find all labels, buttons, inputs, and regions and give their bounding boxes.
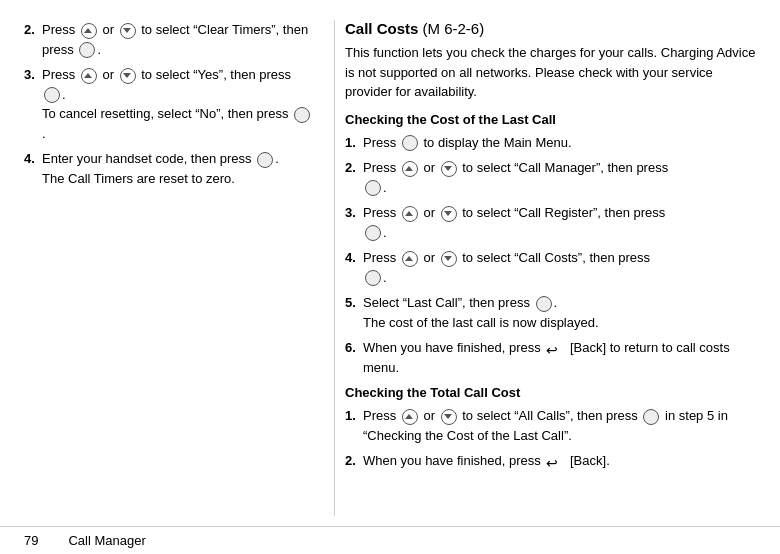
down-icon [441,409,457,425]
list-item: 1. Press to display the Main Menu. [345,133,756,153]
list-content: Press or to select “Clear Timers”, then … [42,20,314,59]
list-content: Press or to select “Yes”, then press . T… [42,65,314,143]
up-icon [402,251,418,267]
list-item: 1. Press or to select “All Calls”, then … [345,406,756,445]
page-footer: 79 Call Manager [0,526,780,554]
list-num: 2. [24,20,42,59]
ok-icon [44,87,60,103]
ok-icon [365,270,381,286]
down-icon [441,206,457,222]
subsection-total-call: Checking the Total Call Cost 1. Press or… [345,385,756,471]
list-content: Select “Last Call”, then press . The cos… [363,293,756,332]
left-column: 2. Press or to select “Clear Timers”, th… [24,20,334,516]
ok-icon [294,107,310,123]
page-content: 2. Press or to select “Clear Timers”, th… [0,0,780,526]
list-num: 2. [345,158,363,197]
list-content: Enter your handset code, then press . Th… [42,149,314,188]
list-item: 4. Press or to select “Call Costs”, then… [345,248,756,287]
footer-section-title: Call Manager [68,533,145,548]
subsection-last-call: Checking the Cost of the Last Call 1. Pr… [345,112,756,378]
list-content: When you have finished, press [Back] to … [363,338,756,377]
left-list: 2. Press or to select “Clear Timers”, th… [24,20,314,188]
ok-icon [643,409,659,425]
list-item: 5. Select “Last Call”, then press . The … [345,293,756,332]
subsection-list: 1. Press to display the Main Menu. 2. Pr… [345,133,756,378]
up-icon [81,68,97,84]
footer-page-number: 79 [24,533,38,548]
down-icon [441,251,457,267]
down-icon [120,23,136,39]
up-icon [402,206,418,222]
section-intro: This function lets you check the charges… [345,43,756,102]
down-icon [441,161,457,177]
list-num: 1. [345,133,363,153]
ok-icon [536,296,552,312]
back-icon [546,453,564,471]
list-item: 2. When you have finished, press [Back]. [345,451,756,471]
down-icon [120,68,136,84]
list-num: 4. [24,149,42,188]
ok-icon [402,135,418,151]
list-content: Press or to select “Call Manager”, then … [363,158,756,197]
list-num: 4. [345,248,363,287]
up-icon [81,23,97,39]
list-item: 3. Press or to select “Yes”, then press … [24,65,314,143]
ok-icon [79,42,95,58]
ok-icon [257,152,273,168]
up-icon [402,409,418,425]
list-num: 6. [345,338,363,377]
subsection-title: Checking the Total Call Cost [345,385,756,400]
section-title: Call Costs (M 6-2-6) [345,20,756,37]
back-icon [546,340,564,358]
ok-icon [365,225,381,241]
up-icon [402,161,418,177]
list-item: 2. Press or to select “Clear Timers”, th… [24,20,314,59]
list-content: Press or to select “Call Register”, then… [363,203,756,242]
subsection-list: 1. Press or to select “All Calls”, then … [345,406,756,471]
list-num: 3. [24,65,42,143]
list-item: 3. Press or to select “Call Register”, t… [345,203,756,242]
list-item: 2. Press or to select “Call Manager”, th… [345,158,756,197]
list-content: Press or to select “All Calls”, then pre… [363,406,756,445]
list-content: Press to display the Main Menu. [363,133,756,153]
list-item: 6. When you have finished, press [Back] … [345,338,756,377]
ok-icon [365,180,381,196]
list-content: Press or to select “Call Costs”, then pr… [363,248,756,287]
list-item: 4. Enter your handset code, then press .… [24,149,314,188]
right-column: Call Costs (M 6-2-6) This function lets … [334,20,756,516]
list-num: 3. [345,203,363,242]
subsection-title: Checking the Cost of the Last Call [345,112,756,127]
list-num: 1. [345,406,363,445]
list-content: When you have finished, press [Back]. [363,451,756,471]
list-num: 5. [345,293,363,332]
list-num: 2. [345,451,363,471]
